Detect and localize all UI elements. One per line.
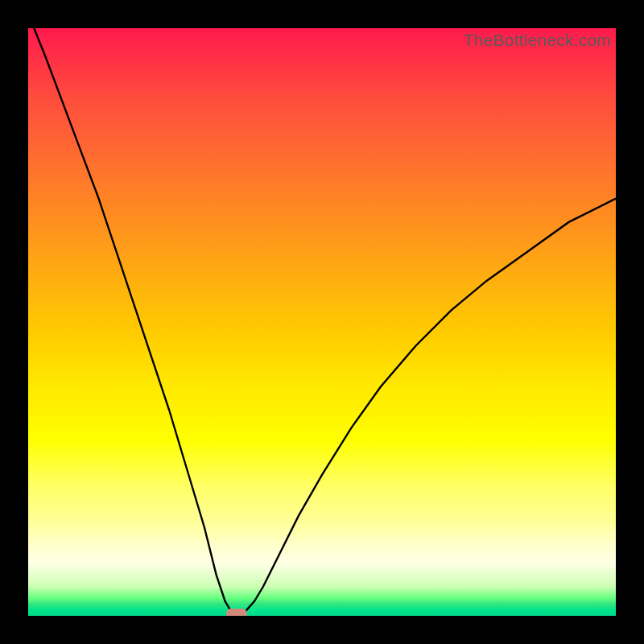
- bottleneck-curve: [28, 28, 616, 616]
- optimal-point-marker: [226, 609, 247, 616]
- chart-frame: TheBottleneck.com: [0, 0, 644, 644]
- watermark-label: TheBottleneck.com: [464, 31, 611, 50]
- plot-area: TheBottleneck.com: [28, 28, 616, 616]
